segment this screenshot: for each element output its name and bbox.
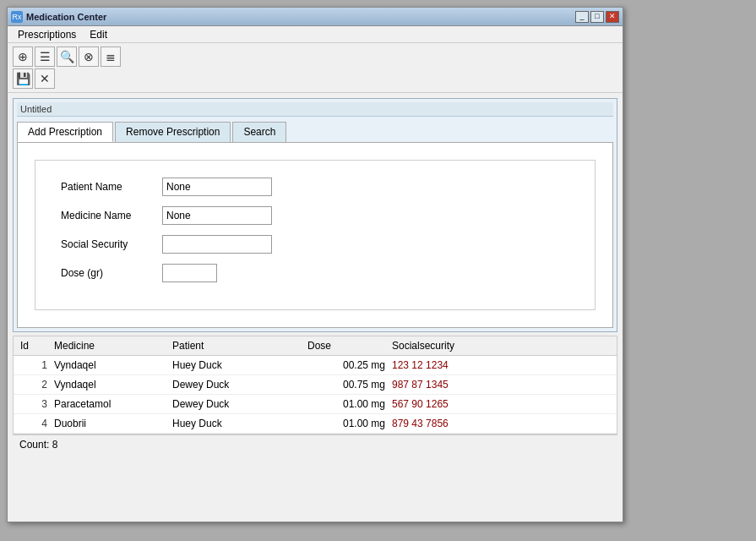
tab-add-prescription[interactable]: Add Prescription	[17, 122, 113, 142]
social-security-input[interactable]	[162, 235, 272, 254]
patient-name-input[interactable]	[162, 178, 272, 196]
col-header-social: Socialsecurity	[392, 340, 502, 352]
save-tool-button[interactable]: 💾	[13, 68, 33, 89]
row2-id: 2	[20, 379, 54, 391]
content-area: Untitled Add Prescription Remove Prescri…	[8, 93, 623, 459]
title-bar: Rx Medication Center _ □ ✕	[8, 8, 623, 26]
tab-remove-prescription[interactable]: Remove Prescription	[115, 122, 231, 142]
row4-medicine: Duobrii	[54, 418, 172, 429]
toolbar-row-2: 💾 ✕	[13, 68, 617, 89]
medicine-name-input[interactable]	[162, 206, 272, 225]
list-tool-button[interactable]: ☰	[35, 46, 55, 67]
panel-title: Untitled	[17, 102, 613, 117]
row2-social: 987 87 1345	[392, 379, 502, 391]
main-window: Rx Medication Center _ □ ✕ Prescriptions…	[7, 7, 623, 522]
toolbar-row-1: ⊕ ☰ 🔍 ⊗ ≣	[13, 46, 617, 67]
panel-frame: Untitled Add Prescription Remove Prescri…	[13, 98, 617, 332]
form-area: Patient Name Medicine Name Social Securi…	[35, 160, 596, 310]
table-row[interactable]: 4 Duobrii Huey Duck 01.00 mg 879 43 7856	[14, 414, 617, 434]
row1-id: 1	[20, 359, 54, 371]
row1-dose: 00.25 mg	[307, 359, 392, 371]
social-security-row: Social Security	[61, 235, 569, 254]
menu-prescriptions[interactable]: Prescriptions	[11, 27, 83, 42]
row3-dose: 01.00 mg	[307, 398, 392, 410]
row2-patient: Dewey Duck	[172, 379, 307, 391]
col-header-medicine: Medicine	[54, 340, 172, 352]
menu-bar: Prescriptions Edit	[8, 26, 623, 43]
row3-medicine: Paracetamol	[54, 398, 172, 410]
status-bar: Count: 8	[13, 434, 617, 454]
add-tool-button[interactable]: ⊕	[13, 46, 33, 67]
table-row[interactable]: 1 Vyndaqel Huey Duck 00.25 mg 123 12 123…	[14, 356, 617, 375]
discard-tool-button[interactable]: ✕	[35, 68, 55, 89]
dose-row: Dose (gr)	[61, 264, 569, 282]
row4-social: 879 43 7856	[392, 418, 502, 429]
count-label: Count:	[19, 439, 49, 451]
patient-name-label: Patient Name	[61, 181, 162, 193]
medicine-name-row: Medicine Name	[61, 206, 569, 225]
social-security-label: Social Security	[61, 238, 162, 250]
window-title: Medication Center	[26, 12, 106, 22]
app-icon: Rx	[11, 11, 23, 23]
row2-medicine: Vyndaqel	[54, 379, 172, 391]
row2-dose: 00.75 mg	[307, 379, 392, 391]
col-header-patient: Patient	[172, 340, 307, 352]
row4-patient: Huey Duck	[172, 418, 307, 429]
count-value: 8	[52, 439, 58, 451]
patient-name-row: Patient Name	[61, 178, 569, 196]
maximize-button[interactable]: □	[590, 11, 604, 23]
table-row[interactable]: 2 Vyndaqel Dewey Duck 00.75 mg 987 87 13…	[14, 375, 617, 395]
dose-input[interactable]	[162, 264, 217, 282]
toolbar: ⊕ ☰ 🔍 ⊗ ≣ 💾 ✕	[8, 43, 623, 93]
dose-label: Dose (gr)	[61, 267, 162, 279]
close-button[interactable]: ✕	[606, 11, 619, 23]
row1-social: 123 12 1234	[392, 359, 502, 371]
row3-social: 567 90 1265	[392, 398, 502, 410]
row1-medicine: Vyndaqel	[54, 359, 172, 371]
tab-search[interactable]: Search	[232, 122, 286, 142]
edit-list-tool-button[interactable]: ≣	[101, 46, 121, 67]
row1-patient: Huey Duck	[172, 359, 307, 371]
table-row[interactable]: 3 Paracetamol Dewey Duck 01.00 mg 567 90…	[14, 395, 617, 414]
minimize-button[interactable]: _	[575, 11, 589, 23]
search-tool-button[interactable]: 🔍	[57, 46, 77, 67]
tabs-row: Add Prescription Remove Prescription Sea…	[17, 122, 613, 142]
title-bar-buttons: _ □ ✕	[575, 11, 619, 23]
col-header-id: Id	[20, 340, 54, 352]
row3-patient: Dewey Duck	[172, 398, 307, 410]
tab-content: Patient Name Medicine Name Social Securi…	[17, 142, 613, 328]
title-bar-left: Rx Medication Center	[11, 11, 106, 23]
row4-id: 4	[20, 418, 54, 429]
table-header: Id Medicine Patient Dose Socialsecurity	[14, 336, 617, 356]
menu-edit[interactable]: Edit	[83, 27, 114, 42]
medicine-name-label: Medicine Name	[61, 210, 162, 221]
col-header-dose: Dose	[307, 340, 392, 352]
prescription-table: Id Medicine Patient Dose Socialsecurity …	[13, 336, 617, 434]
cancel-tool-button[interactable]: ⊗	[79, 46, 99, 67]
row3-id: 3	[20, 398, 54, 410]
row4-dose: 01.00 mg	[307, 418, 392, 429]
